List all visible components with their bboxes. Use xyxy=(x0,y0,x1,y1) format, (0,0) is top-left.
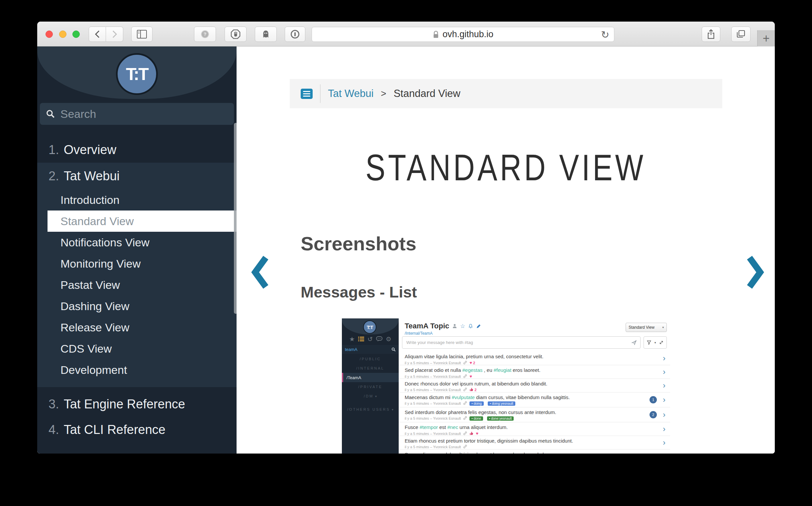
sidebar-subitem-pastat-view[interactable]: Pastat View xyxy=(37,274,236,296)
pencil-icon xyxy=(476,324,481,329)
address-bar[interactable]: ovh.github.io ↻ xyxy=(312,27,614,42)
message-text-segment: Sed placerat odio et nulla xyxy=(405,367,462,373)
breadcrumb-divider xyxy=(320,84,320,103)
app-nav-icons: ★ ↺ ⚙ xyxy=(342,334,399,344)
breadcrumb-parent-link[interactable]: Tat Webui xyxy=(328,88,373,100)
link-icon-wrap xyxy=(463,444,467,449)
sidebar-subitem-dashing-view[interactable]: Dashing View xyxy=(37,296,236,317)
sidebar-subitem-monitoring-view[interactable]: Monitoring View xyxy=(37,253,236,274)
question-circle-icon: ? xyxy=(200,29,210,39)
message-row: Etiam rhoncus est pretium tortor tristiq… xyxy=(399,436,670,449)
heart-icon: ♥ xyxy=(469,360,472,365)
next-page-arrow[interactable] xyxy=(746,256,765,289)
sidebar-item-tat-engine-reference[interactable]: 3.Tat Engine Reference xyxy=(37,392,236,417)
link-icon xyxy=(463,416,467,420)
sidebar-toggle-button[interactable] xyxy=(131,26,152,42)
browser-toolbar: ? ovh.github.io ↻ + xyxy=(37,21,775,47)
extension-button-onepassword[interactable] xyxy=(285,26,305,42)
link-icon-wrap xyxy=(463,431,467,436)
chevron-left-icon xyxy=(94,30,101,38)
reload-icon[interactable]: ↻ xyxy=(601,29,609,40)
sidebar-search[interactable] xyxy=(40,103,234,125)
message-meta-text: il y a 5 minutes – Yvonnick Esnault xyxy=(405,388,461,392)
message-row: Aliquam vitae ligula lacinia, pretium ur… xyxy=(399,352,670,365)
caret-down-icon: ▾ xyxy=(375,395,377,398)
doc-content: Tat Webui > Standard View STANDARD VIEW … xyxy=(236,47,775,453)
app-topic-label: /PRIVATE xyxy=(358,385,382,389)
sidebar-section: 3.Tat Engine Reference xyxy=(37,387,236,417)
thumb-up-icon-wrap xyxy=(469,431,473,436)
link-icon xyxy=(463,431,467,435)
message-text: Maecenas dictum mi #vulputate diam cursu… xyxy=(405,395,657,400)
minimize-window-button[interactable] xyxy=(59,30,66,38)
sidebar-item-label: Tat CLI Reference xyxy=(64,423,165,437)
tabs-overview-button[interactable] xyxy=(731,26,750,42)
share-button[interactable] xyxy=(702,26,720,42)
sidebar-subitem-development[interactable]: Development xyxy=(37,359,236,381)
keyhole-circle-icon xyxy=(290,29,300,39)
sidebar-item-number: 3. xyxy=(49,397,59,411)
sidebar-section: 2.Tat WebuiIntroductionStandard ViewNoti… xyxy=(37,163,236,387)
forward-button[interactable] xyxy=(106,26,123,42)
reaction-count: 2 xyxy=(473,361,475,365)
message-row: Donec rhoncus dolor vel ipsum rutrum, at… xyxy=(399,379,670,393)
search-icon xyxy=(46,109,55,119)
message-text-segment: eros laoreet. xyxy=(511,367,540,373)
message-meta-text: il y a 5 minutes – Yvonnick Esnault xyxy=(405,416,461,420)
new-tab-button[interactable]: + xyxy=(757,30,775,47)
sidebar-subitem-cds-view[interactable]: CDS View xyxy=(37,338,236,359)
message-row: Sed interdum dolor pharetra felis egesta… xyxy=(399,407,670,422)
app-message-input-box xyxy=(402,336,641,349)
link-icon xyxy=(463,374,467,378)
sidebar-item-overview[interactable]: 1.Overview xyxy=(37,137,236,163)
search-input[interactable] xyxy=(60,107,228,121)
back-button[interactable] xyxy=(89,26,106,42)
link-icon-wrap xyxy=(463,374,467,379)
sidebar-item-tat-cli-reference[interactable]: 4.Tat CLI Reference xyxy=(37,417,236,443)
message-text: Sed placerat odio et nulla #egestas , eu… xyxy=(405,367,657,373)
close-window-button[interactable] xyxy=(46,30,53,38)
app-tat-logo: T:T xyxy=(363,320,376,334)
stop-hand-icon xyxy=(231,29,240,39)
sidebar-toggle-icon xyxy=(137,30,147,38)
bell-icon xyxy=(468,323,473,329)
share-icon xyxy=(707,29,715,39)
breadcrumb: Tat Webui > Standard View xyxy=(290,79,722,108)
message-text-segment: Fusce xyxy=(405,424,420,430)
zoom-window-button[interactable] xyxy=(72,30,80,38)
hashtag: #tempor xyxy=(420,424,438,430)
app-message-input xyxy=(406,340,631,345)
extension-button-stop[interactable] xyxy=(225,26,246,42)
app-left-panel: T:T ★ ↺ ⚙ teamA /PUBLIC/INTERNAL/TeamA/P… xyxy=(342,318,399,453)
extension-button-question[interactable]: ? xyxy=(194,26,216,42)
app-topic-label: /INTERNAL xyxy=(356,366,384,370)
sidebar-subitem-introduction[interactable]: Introduction xyxy=(37,189,236,210)
app-topic-title: TeamA Topic xyxy=(405,322,449,330)
tools-caret-icon: ▾ xyxy=(655,341,656,344)
message-text: Suspendisse non dolor ultricies, laoreet… xyxy=(405,451,657,453)
reaction-count: 2 xyxy=(474,388,476,392)
sidebar-subitem-release-view[interactable]: Release View xyxy=(37,317,236,338)
link-icon-wrap xyxy=(463,360,467,365)
message-chevron-icon: › xyxy=(663,438,665,447)
filter-funnel-icon xyxy=(647,340,651,345)
sidebar-scrollbar[interactable] xyxy=(234,123,236,314)
view-select: Standard View ▾ xyxy=(625,323,667,332)
message-row: Fusce #tempor est #nec urna aliquet inte… xyxy=(399,422,670,436)
sidebar-item-tat-webui[interactable]: 2.Tat Webui xyxy=(37,163,236,189)
sidebar-subitem-standard-view[interactable]: Standard View xyxy=(48,210,236,232)
sidebar-subitem-notifications-view[interactable]: Notifications View xyxy=(37,232,236,253)
app-topic-label: /PUBLIC xyxy=(360,357,381,361)
message-text: Fusce #tempor est #nec urna aliquet inte… xyxy=(405,424,657,430)
link-icon-wrap xyxy=(463,416,467,421)
hashtag: #nec xyxy=(447,424,458,430)
caret-down-icon: ▾ xyxy=(662,326,664,329)
app-topic-label: /DM xyxy=(364,394,373,398)
prev-page-arrow[interactable] xyxy=(250,256,270,289)
app-topic--internal: /INTERNAL xyxy=(342,363,399,373)
sidebar-item-label: Overview xyxy=(64,143,116,157)
resize-arrows-icon xyxy=(659,340,663,345)
tabs-icon xyxy=(736,30,746,38)
reply-count-badge: 1 xyxy=(650,396,657,403)
extension-button-ghost[interactable] xyxy=(255,26,277,42)
